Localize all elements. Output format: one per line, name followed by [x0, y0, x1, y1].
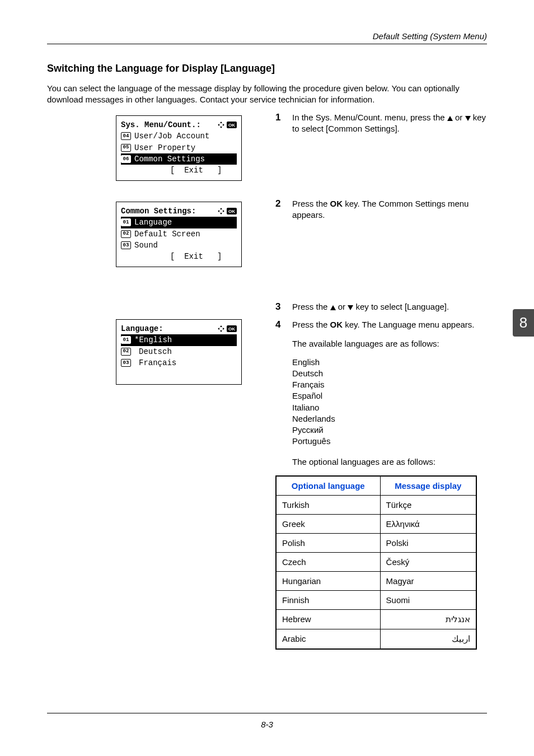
table-cell-language: Polish: [276, 533, 380, 552]
chapter-tab: 8: [513, 309, 534, 337]
table-cell-display: Ελληνικά: [380, 514, 476, 533]
table-cell-display: Türkçe: [380, 495, 476, 514]
language-item: Italiano: [292, 402, 487, 413]
nav-cross-icon: [217, 121, 225, 129]
language-item: English: [292, 357, 487, 368]
table-row: PolishPolski: [276, 533, 476, 552]
step-3: 3 Press the or key to select [Language].: [275, 301, 487, 312]
table-header-language: Optional language: [276, 476, 380, 496]
svg-marker-15: [223, 328, 224, 330]
lcd1-item-2: 06Common Settings: [121, 153, 237, 165]
svg-marker-1: [220, 127, 222, 128]
table-cell-language: Greek: [276, 514, 380, 533]
table-cell-language: Finnish: [276, 590, 380, 609]
lcd2-exit: [ Exit ]: [121, 251, 237, 262]
svg-marker-7: [220, 213, 222, 214]
table-row: CzechČeský: [276, 552, 476, 571]
table-cell-display: Polski: [380, 533, 476, 552]
step-number: 1: [275, 112, 292, 135]
step-2: 2 Press the OK key. The Common Settings …: [275, 198, 487, 221]
lcd-panel-sys-menu: Sys. Menu/Count.: OK 04User/Job Account …: [116, 115, 242, 181]
svg-marker-6: [220, 208, 222, 209]
lcd1-item-0: 04User/Job Account: [121, 130, 237, 142]
step-4: 4 Press the OK key. The Language menu ap…: [275, 319, 487, 330]
step-number: 3: [275, 301, 292, 312]
lcd-panel-language: Language: OK 01*English 02Deutsch 03Fran…: [116, 319, 242, 385]
ok-badge-icon: OK: [227, 122, 237, 128]
up-triangle-icon: [330, 305, 336, 310]
svg-text:OK: OK: [228, 123, 235, 128]
svg-marker-9: [223, 210, 224, 212]
header-section: Default Setting (System Menu): [373, 31, 487, 41]
table-row: Arabicاربيك: [276, 629, 476, 649]
optional-language-table: Optional language Message display Turkis…: [275, 475, 477, 650]
svg-text:OK: OK: [228, 209, 235, 214]
svg-marker-14: [218, 328, 219, 330]
language-item: Français: [292, 379, 487, 390]
lcd2-item-2: 03Sound: [121, 240, 237, 251]
table-row: TurkishTürkçe: [276, 495, 476, 514]
lcd1-item-1: 05User Property: [121, 142, 237, 153]
table-cell-language: Arabic: [276, 629, 380, 649]
down-triangle-icon: [348, 305, 353, 310]
table-cell-language: Hungarian: [276, 571, 380, 590]
svg-marker-3: [223, 124, 224, 126]
table-cell-display: Magyar: [380, 571, 476, 590]
step-1: 1 In the Sys. Menu/Count. menu, press th…: [275, 112, 487, 135]
intro-text: You can select the language of the messa…: [47, 83, 487, 106]
table-cell-language: Czech: [276, 552, 380, 571]
footer-rule: [47, 713, 487, 713]
language-item: Deutsch: [292, 368, 487, 379]
table-row: Hebrewאנגלית: [276, 609, 476, 629]
ok-badge-icon: OK: [227, 208, 237, 214]
table-cell-display: Suomi: [380, 590, 476, 609]
ok-badge-icon: OK: [227, 325, 237, 332]
lcd2-item-1: 02Default Screen: [121, 228, 237, 240]
table-row: GreekΕλληνικά: [276, 514, 476, 533]
lcd3-item-2: 03Français: [121, 357, 237, 368]
language-item: Nederlands: [292, 413, 487, 424]
header-rule: [47, 44, 487, 44]
language-item: Português: [292, 436, 487, 447]
lcd1-title: Sys. Menu/Count.:: [121, 119, 201, 130]
language-item: Español: [292, 390, 487, 402]
page-number: 8-3: [0, 720, 534, 729]
optional-languages-label: The optional languages are as follows:: [292, 456, 487, 468]
svg-text:OK: OK: [228, 326, 235, 332]
lcd2-item-0: 01Language: [121, 217, 237, 228]
lcd2-title: Common Settings:: [121, 206, 196, 217]
lcd3-item-0: 01*English: [121, 334, 237, 346]
table-cell-language: Hebrew: [276, 609, 380, 629]
svg-marker-0: [220, 122, 222, 123]
down-triangle-icon: [465, 116, 471, 121]
nav-cross-icon: [217, 325, 225, 333]
lcd1-exit: [ Exit ]: [121, 165, 237, 176]
lcd-panel-common-settings: Common Settings: OK 01Language 02Default…: [116, 202, 242, 267]
table-cell-display: اربيك: [380, 629, 476, 649]
language-item: Русский: [292, 424, 487, 436]
svg-marker-2: [218, 124, 219, 126]
table-row: HungarianMagyar: [276, 571, 476, 590]
table-cell-display: Český: [380, 552, 476, 571]
table-cell-display: אנגלית: [380, 609, 476, 629]
svg-marker-8: [218, 210, 219, 212]
section-title: Switching the Language for Display [Lang…: [47, 63, 275, 74]
table-cell-language: Turkish: [276, 495, 380, 514]
language-list: EnglishDeutschFrançaisEspañolItalianoNed…: [292, 357, 487, 447]
lcd3-item-1: 02Deutsch: [121, 346, 237, 357]
svg-marker-12: [220, 325, 222, 327]
lcd3-title: Language:: [121, 323, 163, 334]
available-languages-label: The available languages are as follows:: [292, 338, 487, 349]
svg-marker-13: [220, 330, 222, 332]
step-number: 2: [275, 198, 292, 221]
step-number: 4: [275, 319, 292, 330]
nav-cross-icon: [217, 207, 225, 215]
table-header-display: Message display: [380, 476, 476, 496]
table-row: FinnishSuomi: [276, 590, 476, 609]
up-triangle-icon: [447, 116, 453, 121]
